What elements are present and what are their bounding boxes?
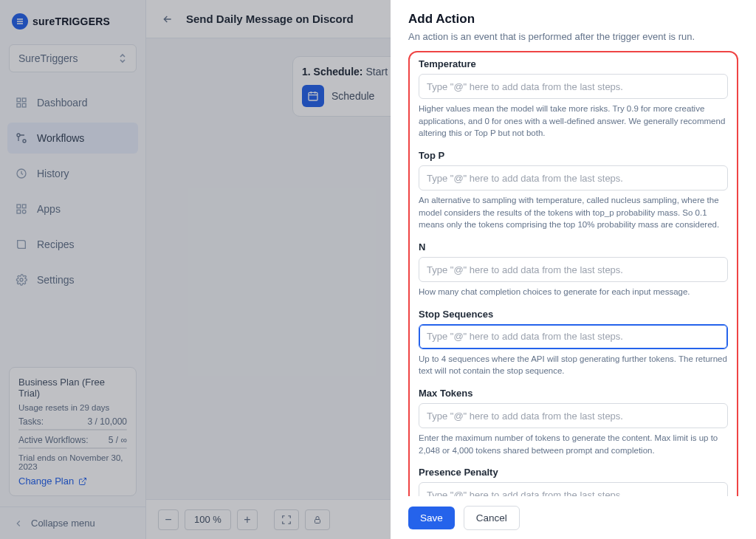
n-help: How many chat completion choices to gene… bbox=[419, 286, 728, 298]
presence-penalty-label: Presence Penalty bbox=[419, 467, 728, 478]
cancel-button[interactable]: Cancel bbox=[464, 506, 520, 530]
add-action-panel: Add Action An action is an event that is… bbox=[391, 0, 756, 539]
n-label: N bbox=[419, 241, 728, 253]
presence-penalty-input[interactable] bbox=[419, 482, 728, 496]
fields-highlight: Temperature Higher values mean the model… bbox=[408, 51, 738, 496]
panel-footer: Save Cancel bbox=[391, 496, 756, 539]
top-p-help: An alternative to sampling with temperat… bbox=[419, 194, 728, 231]
modal-backdrop[interactable] bbox=[0, 0, 391, 539]
top-p-input[interactable] bbox=[419, 165, 728, 190]
panel-title: Add Action bbox=[408, 12, 738, 27]
panel-subtitle: An action is an event that is performed … bbox=[408, 31, 738, 42]
max-tokens-input[interactable] bbox=[419, 403, 728, 428]
temperature-input[interactable] bbox=[419, 74, 728, 99]
top-p-label: Top P bbox=[419, 150, 728, 161]
temperature-help: Higher values mean the model will take m… bbox=[419, 103, 728, 140]
stop-sequences-input[interactable] bbox=[419, 324, 728, 349]
n-input[interactable] bbox=[419, 257, 728, 282]
stop-sequences-help: Up to 4 sequences where the API will sto… bbox=[419, 353, 728, 377]
save-button[interactable]: Save bbox=[408, 507, 455, 529]
max-tokens-label: Max Tokens bbox=[419, 388, 728, 399]
stop-sequences-label: Stop Sequences bbox=[419, 309, 728, 320]
temperature-label: Temperature bbox=[419, 58, 728, 69]
max-tokens-help: Enter the maximum number of tokens to ge… bbox=[419, 432, 728, 456]
